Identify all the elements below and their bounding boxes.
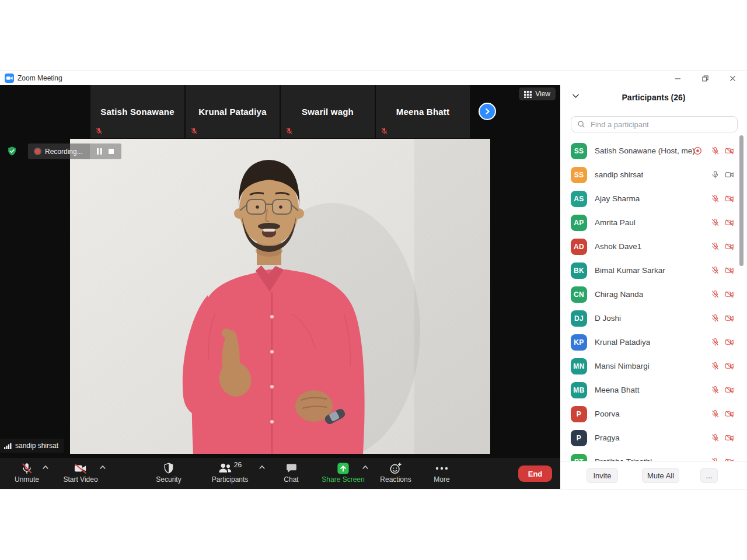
participant-row[interactable]: SS sandip shirsat <box>560 163 747 187</box>
close-button[interactable] <box>724 71 741 85</box>
camera-muted-icon[interactable] <box>725 410 734 419</box>
camera-muted-icon[interactable] <box>725 266 734 275</box>
avatar-initials: DJ <box>574 314 584 323</box>
start-video-button[interactable]: Start Video <box>57 461 104 484</box>
participant-name: Bimal Kumar Sarkar <box>595 266 665 275</box>
participant-row[interactable]: DJ D Joshi <box>560 306 747 330</box>
chat-label: Chat <box>284 475 298 484</box>
participant-name: Ajay Sharma <box>595 194 640 203</box>
chat-bubble-icon <box>285 461 298 475</box>
share-options-chevron[interactable] <box>362 465 369 470</box>
participant-name: Ashok Dave1 <box>595 242 641 251</box>
camera-muted-icon[interactable] <box>725 362 734 371</box>
avatar: MN <box>571 358 587 374</box>
mic-muted-icon[interactable] <box>710 242 720 251</box>
mic-muted-icon <box>190 127 198 135</box>
camera-muted-icon[interactable] <box>725 338 734 347</box>
restore-button[interactable] <box>696 71 714 85</box>
participant-row[interactable]: AD Ashok Dave1 <box>560 235 747 258</box>
mic-on-icon[interactable] <box>710 170 720 180</box>
mic-muted-icon[interactable] <box>710 386 720 395</box>
pause-recording-icon[interactable] <box>97 148 102 155</box>
participants-footer: Invite Mute All ... <box>560 461 747 489</box>
avatar-initials: SS <box>574 147 584 155</box>
reactions-smiley-icon <box>389 461 402 475</box>
panel-scrollbar[interactable] <box>739 135 743 266</box>
chat-button[interactable]: Chat <box>277 461 305 484</box>
mic-muted-icon[interactable] <box>710 433 720 443</box>
participant-name: Chirag Nanda <box>595 290 643 299</box>
mic-muted-icon[interactable] <box>710 314 720 323</box>
mic-muted-icon[interactable] <box>710 146 720 156</box>
camera-muted-icon[interactable] <box>725 194 734 204</box>
camera-muted-icon[interactable] <box>725 146 734 156</box>
participant-row[interactable]: MN Mansi Nimbargi <box>560 354 747 378</box>
participant-thumbnail[interactable]: Meena Bhatt <box>376 85 470 138</box>
video-options-chevron[interactable] <box>99 465 106 470</box>
thumbnail-name: Krunal Patadiya <box>198 107 266 117</box>
participant-name: Poorva <box>595 410 620 418</box>
stop-recording-icon[interactable] <box>109 149 114 154</box>
reactions-button[interactable]: Reactions <box>374 461 418 484</box>
mic-muted-icon[interactable] <box>710 362 720 371</box>
mic-muted-icon[interactable] <box>710 290 720 299</box>
participant-row[interactable]: AS Ajay Sharma <box>560 187 747 211</box>
view-button[interactable]: View <box>519 88 556 100</box>
footer-more-button[interactable]: ... <box>700 468 718 483</box>
mute-all-button[interactable]: Mute All <box>642 468 679 483</box>
unmute-options-chevron[interactable] <box>42 465 49 470</box>
participant-thumbnail[interactable]: Krunal Patadiya <box>186 85 280 138</box>
end-meeting-button[interactable]: End <box>518 466 552 482</box>
speaker-name: sandip shirsat <box>15 442 58 450</box>
mic-muted-icon <box>20 461 33 475</box>
mic-muted-icon <box>95 127 103 135</box>
participant-search-box[interactable] <box>571 116 738 132</box>
camera-muted-icon[interactable] <box>725 290 734 299</box>
recording-label: Recording... <box>45 148 83 156</box>
security-button[interactable]: Security <box>147 461 190 484</box>
participant-row[interactable]: AP Amrita Paul <box>560 211 747 235</box>
speaker-name-label: sandip shirsat <box>0 439 64 453</box>
participants-options-chevron[interactable] <box>259 465 266 470</box>
mic-muted-icon[interactable] <box>710 218 720 228</box>
mic-muted-icon[interactable] <box>710 338 720 347</box>
participant-row[interactable]: P Pragya <box>560 426 747 450</box>
unmute-button[interactable]: Unmute <box>9 461 44 484</box>
avatar: DJ <box>571 310 587 327</box>
avatar-initials: AP <box>574 219 584 227</box>
encryption-shield-icon <box>7 146 17 156</box>
thumbnail-name: Satish Sonawane <box>100 107 174 117</box>
invite-button[interactable]: Invite <box>587 468 618 483</box>
avatar: SS <box>571 167 587 183</box>
camera-muted-icon[interactable] <box>725 242 734 251</box>
camera-muted-icon[interactable] <box>725 218 734 228</box>
mic-muted-icon[interactable] <box>710 410 720 419</box>
mic-muted-icon <box>381 127 388 135</box>
participant-row[interactable]: MB Meena Bhatt <box>560 378 747 402</box>
thumbnail-strip: Satish Sonawane Krunal Patadiya Swaril w… <box>90 85 470 138</box>
next-page-button[interactable] <box>479 103 496 120</box>
camera-muted-icon[interactable] <box>725 314 734 323</box>
view-label: View <box>535 90 550 98</box>
mic-muted-icon[interactable] <box>710 194 720 204</box>
participant-row[interactable]: CN Chirag Nanda <box>560 282 747 306</box>
camera-muted-icon[interactable] <box>725 433 734 443</box>
more-button[interactable]: More <box>425 461 459 484</box>
participant-thumbnail[interactable]: Swaril wagh <box>281 85 375 138</box>
participant-row[interactable]: PT Pratibha Tripathi <box>560 450 747 461</box>
participant-row[interactable]: KP Krunal Patadiya <box>560 330 747 354</box>
participant-row[interactable]: BK Bimal Kumar Sarkar <box>560 258 747 282</box>
more-label: More <box>434 475 449 484</box>
camera-on-icon[interactable] <box>725 170 734 180</box>
participant-thumbnail[interactable]: Satish Sonawane <box>90 85 184 138</box>
camera-muted-icon[interactable] <box>725 386 734 395</box>
minimize-button[interactable] <box>669 71 686 85</box>
search-input[interactable] <box>589 120 731 130</box>
avatar: PT <box>571 454 587 461</box>
participant-row[interactable]: P Poorva <box>560 402 747 426</box>
recording-controls[interactable] <box>90 144 121 159</box>
zoom-app-icon <box>5 74 14 83</box>
mic-muted-icon[interactable] <box>710 266 720 275</box>
participants-button[interactable]: 26 Participants <box>204 461 256 484</box>
participant-row[interactable]: SS Satish Sonawane (Host, me) <box>560 139 747 163</box>
